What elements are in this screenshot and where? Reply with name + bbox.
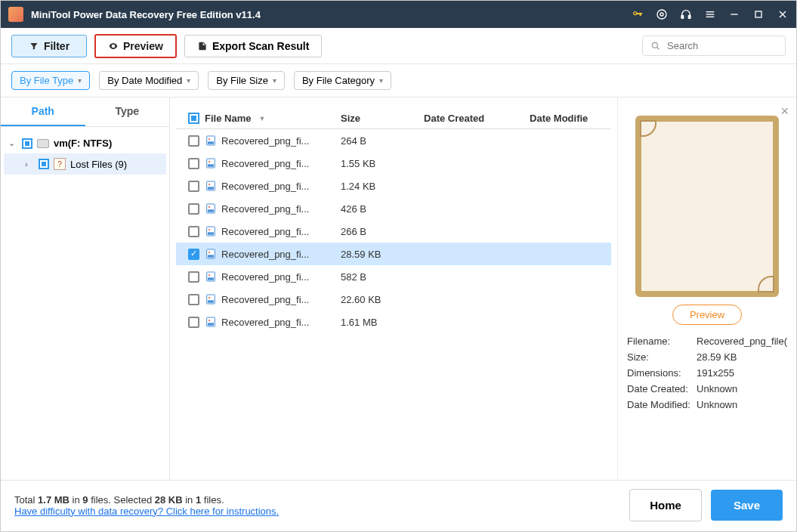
- file-checkbox[interactable]: [188, 317, 199, 328]
- svg-rect-8: [755, 11, 761, 17]
- png-file-icon: [205, 157, 217, 169]
- close-icon[interactable]: [777, 8, 789, 20]
- svg-rect-29: [208, 277, 214, 280]
- meta-modified: Unknown: [697, 399, 787, 410]
- col-created[interactable]: Date Created: [424, 113, 530, 124]
- tree-root[interactable]: ⌄ vm(F: NTFS): [4, 133, 166, 153]
- file-checkbox[interactable]: [188, 158, 199, 169]
- file-row[interactable]: Recovered_png_fi...582 B: [176, 265, 611, 288]
- file-row[interactable]: Recovered_png_fi...1.24 KB: [176, 175, 611, 197]
- file-checkbox[interactable]: [188, 135, 199, 147]
- search-icon: [650, 41, 661, 51]
- svg-point-36: [209, 320, 210, 321]
- checkbox-partial[interactable]: [22, 138, 32, 149]
- file-checkbox[interactable]: [188, 271, 199, 283]
- search-input[interactable]: [667, 40, 777, 51]
- svg-point-21: [209, 206, 210, 208]
- minimize-icon[interactable]: [728, 8, 740, 20]
- file-checkbox[interactable]: [188, 294, 199, 305]
- file-checkbox[interactable]: [188, 181, 199, 192]
- file-head: File Name▼ Size Date Created Date Modifi…: [176, 108, 611, 129]
- file-name: Recovered_png_fi...: [221, 203, 309, 215]
- expand-icon[interactable]: ›: [25, 159, 34, 169]
- file-list: Recovered_png_fi...264 BRecovered_png_fi…: [176, 129, 611, 333]
- col-modified[interactable]: Date Modifie: [530, 113, 605, 124]
- filter-date-modified[interactable]: By Date Modified▾: [99, 71, 199, 90]
- meta-size-label: Size:: [627, 351, 697, 363]
- svg-rect-14: [208, 164, 214, 166]
- checkbox-partial[interactable]: [39, 159, 49, 169]
- file-row[interactable]: Recovered_png_fi...1.61 MB: [176, 311, 611, 333]
- meta-dim-label: Dimensions:: [627, 367, 697, 379]
- svg-point-1: [660, 13, 663, 16]
- preview-label: Preview: [123, 40, 163, 52]
- preview-button[interactable]: Preview: [94, 34, 177, 58]
- file-size: 266 B: [341, 226, 424, 237]
- chevron-down-icon: ▾: [273, 76, 276, 85]
- filter-file-size[interactable]: By File Size▾: [208, 71, 285, 90]
- preview-action-button[interactable]: Preview: [672, 305, 742, 325]
- tree-child-label: Lost Files (9): [70, 159, 127, 170]
- file-name: Recovered_png_fi...: [221, 294, 309, 305]
- select-all-checkbox[interactable]: [188, 113, 199, 124]
- svg-point-33: [209, 297, 210, 298]
- file-row[interactable]: Recovered_png_fi...264 B: [176, 129, 611, 152]
- svg-point-27: [209, 252, 210, 253]
- file-name: Recovered_png_fi...: [221, 317, 309, 328]
- export-button[interactable]: Export Scan Result: [184, 35, 322, 57]
- file-name: Recovered_png_fi...: [221, 135, 309, 147]
- export-icon: [197, 41, 208, 51]
- file-row[interactable]: Recovered_png_fi...266 B: [176, 220, 611, 243]
- svg-rect-17: [208, 187, 214, 189]
- file-checkbox[interactable]: [188, 249, 199, 260]
- filter-icon: [29, 41, 39, 51]
- chevron-down-icon: ▾: [379, 76, 383, 85]
- filter-file-category[interactable]: By File Category▾: [294, 71, 391, 90]
- col-size[interactable]: Size: [341, 113, 424, 124]
- svg-rect-23: [208, 232, 214, 234]
- preview-panel: × Preview Filename:Recovered_png_file( S…: [617, 97, 796, 480]
- main-area: Path Type ⌄ vm(F: NTFS) › ? Lost Files (…: [1, 97, 796, 480]
- filter-row: By File Type▾ By Date Modified▾ By File …: [1, 64, 796, 97]
- key-icon[interactable]: [632, 8, 644, 20]
- filter-file-type[interactable]: By File Type▾: [11, 71, 90, 90]
- file-checkbox[interactable]: [188, 226, 199, 237]
- help-link[interactable]: Have difficulty with data recovery? Clic…: [14, 506, 279, 517]
- search-box[interactable]: [642, 36, 786, 56]
- menu-icon[interactable]: [704, 8, 716, 20]
- maximize-icon[interactable]: [752, 8, 765, 20]
- png-file-icon: [205, 293, 217, 305]
- file-row[interactable]: Recovered_png_fi...1.55 KB: [176, 152, 611, 175]
- png-file-icon: [205, 180, 217, 192]
- tree-root-label: vm(F: NTFS): [54, 138, 112, 149]
- png-file-icon: [205, 225, 217, 237]
- file-row[interactable]: Recovered_png_fi...426 B: [176, 197, 611, 220]
- disc-icon[interactable]: [656, 8, 668, 20]
- collapse-icon[interactable]: ⌄: [8, 138, 17, 148]
- file-name: Recovered_png_fi...: [221, 249, 309, 260]
- file-row[interactable]: Recovered_png_fi...28.59 KB: [176, 243, 611, 265]
- svg-rect-20: [208, 209, 214, 212]
- tab-path[interactable]: Path: [1, 97, 85, 126]
- png-file-icon: [205, 271, 217, 283]
- svg-point-0: [657, 10, 666, 19]
- save-button[interactable]: Save: [711, 490, 783, 521]
- close-preview-icon[interactable]: ×: [780, 104, 789, 119]
- left-tabs: Path Type: [1, 97, 169, 127]
- disk-icon: [37, 139, 49, 148]
- filter-button[interactable]: Filter: [11, 35, 87, 57]
- file-checkbox[interactable]: [188, 203, 199, 215]
- headphones-icon[interactable]: [680, 8, 692, 20]
- preview-thumbnail: [635, 116, 779, 297]
- meta-size: 28.59 KB: [697, 351, 787, 363]
- svg-point-9: [652, 42, 657, 48]
- file-row[interactable]: Recovered_png_fi...22.60 KB: [176, 288, 611, 311]
- svg-rect-4: [706, 11, 715, 12]
- svg-point-18: [209, 184, 210, 185]
- png-file-icon: [205, 135, 217, 147]
- file-name: Recovered_png_fi...: [221, 271, 309, 283]
- home-button[interactable]: Home: [629, 489, 702, 521]
- tree-lost-files[interactable]: › ? Lost Files (9): [4, 153, 166, 175]
- col-filename[interactable]: File Name▼: [205, 113, 341, 124]
- tab-type[interactable]: Type: [85, 97, 170, 126]
